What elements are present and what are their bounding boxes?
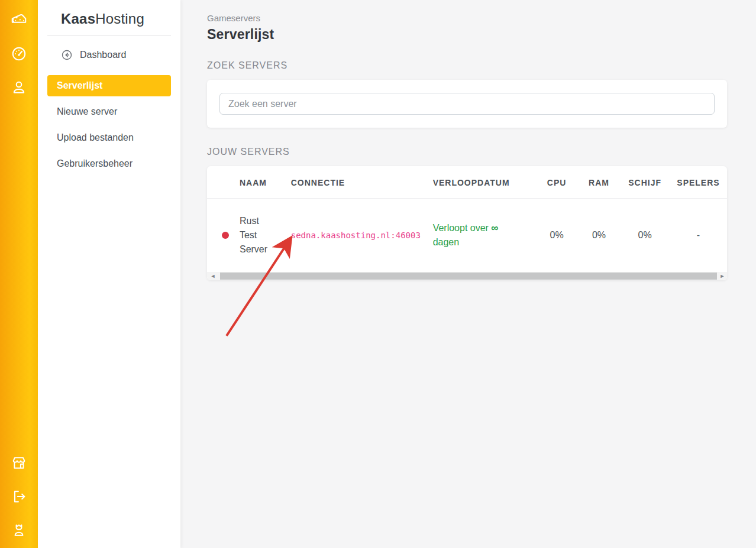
sidebar-item-nieuwe-server[interactable]: Nieuwe server bbox=[47, 101, 171, 122]
sidebar: KaasHosting Dashboard Serverlijst Nieuwe… bbox=[38, 0, 180, 548]
scrollbar-left-arrow-icon[interactable]: ◄ bbox=[209, 272, 217, 280]
column-header-ram: RAM bbox=[578, 166, 620, 199]
spelers-value: - bbox=[670, 199, 727, 273]
status-column-header bbox=[207, 166, 235, 199]
brand-logo[interactable]: KaasHosting bbox=[47, 8, 171, 35]
search-input[interactable] bbox=[219, 93, 715, 115]
sidebar-item-gebruikersbeheer[interactable]: Gebruikersbeheer bbox=[47, 153, 171, 174]
connection-cell: sedna.kaashosting.nl:46003 bbox=[286, 199, 428, 273]
page-title: Serverlijst bbox=[207, 27, 727, 43]
back-link-label: Dashboard bbox=[80, 50, 126, 60]
column-header-spelers: SPELERS bbox=[670, 166, 727, 199]
column-header-connectie: CONNECTIE bbox=[286, 166, 428, 199]
rail-bottom-icons bbox=[0, 453, 38, 540]
infinity-symbol: ∞ bbox=[491, 222, 497, 234]
search-card bbox=[207, 80, 727, 128]
server-table-card: NAAM CONNECTIE VERLOOPDATUM CPU RAM SCHI… bbox=[207, 166, 727, 280]
server-name-cell: Rust Test Server bbox=[235, 199, 286, 273]
column-header-verloopdatum: VERLOOPDATUM bbox=[428, 166, 536, 199]
arrow-left-circle-icon bbox=[61, 49, 73, 61]
table-header-row: NAAM CONNECTIE VERLOOPDATUM CPU RAM SCHI… bbox=[207, 166, 727, 199]
main-content: Gameservers Serverlijst ZOEK SERVERS JOU… bbox=[180, 0, 756, 548]
sidebar-item-upload-bestanden[interactable]: Upload bestanden bbox=[47, 127, 171, 148]
rail-top-icons bbox=[0, 11, 38, 97]
column-header-schijf: SCHIJF bbox=[620, 166, 670, 199]
horizontal-scrollbar[interactable]: ◄ ► bbox=[207, 272, 727, 280]
expiry-cell: Verloopt over ∞ dagen bbox=[428, 199, 536, 273]
breadcrumb: Gameservers bbox=[207, 13, 727, 23]
schijf-value: 0% bbox=[620, 199, 670, 273]
scrollbar-right-arrow-icon[interactable]: ► bbox=[718, 272, 726, 280]
search-section-label: ZOEK SERVERS bbox=[207, 60, 727, 71]
server-table: NAAM CONNECTIE VERLOOPDATUM CPU RAM SCHI… bbox=[207, 166, 727, 272]
cpu-value: 0% bbox=[535, 199, 577, 273]
sidebar-item-serverlijst[interactable]: Serverlijst bbox=[47, 75, 171, 96]
server-row[interactable]: Rust Test Server sedna.kaashosting.nl:46… bbox=[207, 199, 727, 273]
dashboard-gauge-icon[interactable] bbox=[9, 44, 28, 63]
user-icon[interactable] bbox=[9, 78, 28, 97]
status-offline-dot bbox=[222, 232, 229, 239]
store-icon[interactable] bbox=[9, 453, 28, 472]
logout-icon[interactable] bbox=[9, 487, 28, 506]
status-cell bbox=[207, 199, 235, 273]
ram-value: 0% bbox=[578, 199, 620, 273]
expiry-text: Verloopt over ∞ dagen bbox=[433, 221, 513, 249]
servers-section-label: JOUW SERVERS bbox=[207, 147, 727, 157]
sidebar-divider bbox=[47, 35, 171, 36]
connection-address[interactable]: sedna.kaashosting.nl:46003 bbox=[291, 231, 421, 240]
column-header-naam: NAAM bbox=[235, 166, 286, 199]
icon-rail bbox=[0, 0, 38, 548]
admin-user-icon[interactable] bbox=[9, 521, 28, 540]
cheese-logo-icon[interactable] bbox=[9, 11, 28, 30]
back-to-dashboard-link[interactable]: Dashboard bbox=[47, 49, 171, 61]
brand-light: Hosting bbox=[95, 11, 144, 27]
column-header-cpu: CPU bbox=[535, 166, 577, 199]
scrollbar-thumb[interactable] bbox=[220, 273, 717, 280]
brand-bold: Kaas bbox=[61, 11, 95, 27]
server-name: Rust Test Server bbox=[240, 214, 272, 257]
